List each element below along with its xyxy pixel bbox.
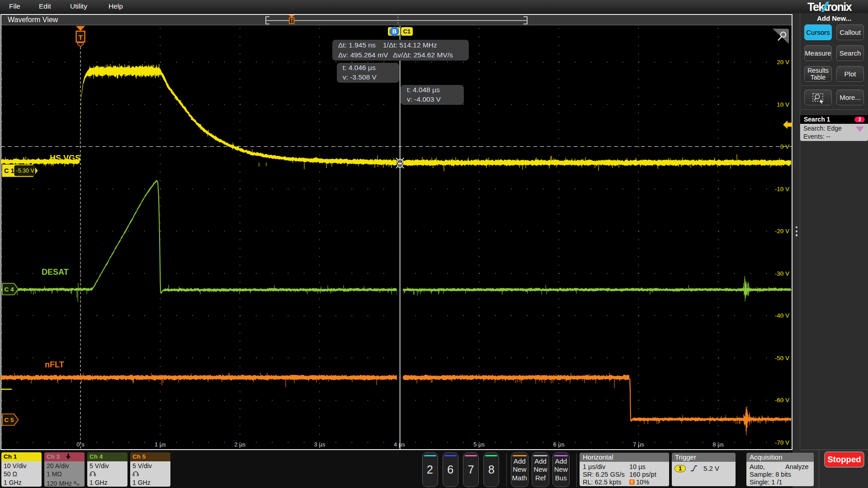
svg-text:8 µs: 8 µs bbox=[712, 441, 724, 448]
svg-text:3 µs: 3 µs bbox=[314, 441, 326, 448]
svg-text:5 µs: 5 µs bbox=[473, 441, 485, 448]
svg-text:T: T bbox=[78, 33, 82, 41]
svg-text:-30 V: -30 V bbox=[775, 270, 789, 277]
svg-text:-20 V: -20 V bbox=[775, 228, 789, 235]
svg-text:4 µs: 4 µs bbox=[394, 441, 405, 448]
svg-text:-60 V: -60 V bbox=[775, 397, 789, 404]
svg-text:HS VGS: HS VGS bbox=[50, 154, 80, 163]
svg-text:-40 V: -40 V bbox=[775, 312, 789, 319]
svg-text:-10 V: -10 V bbox=[775, 186, 789, 192]
svg-text:-5.30 V: -5.30 V bbox=[16, 168, 35, 174]
svg-text:C 1: C 1 bbox=[4, 167, 14, 174]
svg-text:2 µs: 2 µs bbox=[234, 441, 245, 448]
svg-text:0 V: 0 V bbox=[780, 143, 789, 150]
svg-text:6 µs: 6 µs bbox=[553, 441, 565, 448]
svg-text:nFLT: nFLT bbox=[45, 360, 64, 369]
svg-text:20 V: 20 V bbox=[777, 59, 789, 66]
svg-text:10 V: 10 V bbox=[777, 101, 789, 108]
svg-text:DESAT: DESAT bbox=[42, 267, 69, 277]
svg-text:T: T bbox=[290, 19, 293, 23]
svg-text:C 5: C 5 bbox=[5, 417, 14, 423]
svg-text:C 4: C 4 bbox=[5, 286, 14, 293]
svg-text:-70 V: -70 V bbox=[775, 439, 789, 446]
svg-text:Tektronix: Tektronix bbox=[807, 0, 852, 13]
svg-text:0 s: 0 s bbox=[76, 441, 85, 448]
svg-text:7 µs: 7 µs bbox=[633, 441, 644, 448]
svg-text:1 µs: 1 µs bbox=[155, 441, 166, 448]
svg-text:-50 V: -50 V bbox=[775, 355, 789, 361]
